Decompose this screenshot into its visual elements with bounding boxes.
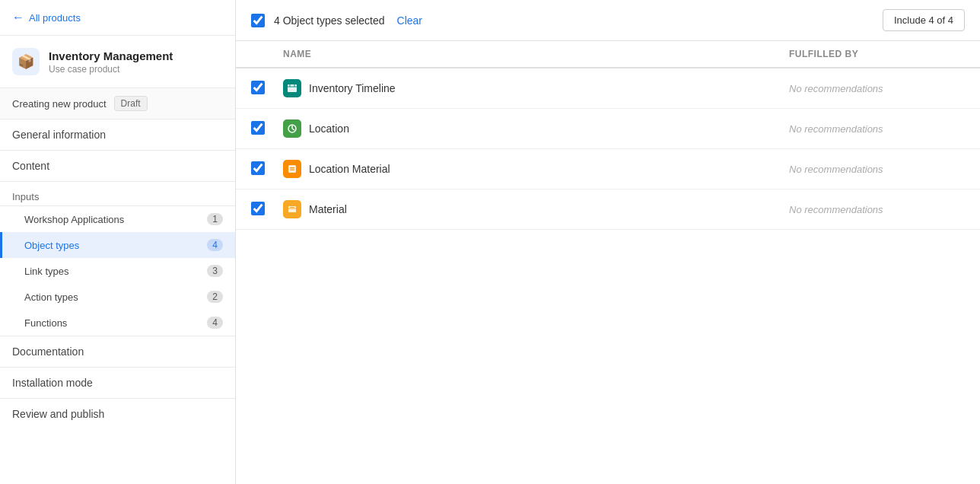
- table-row: Material No recommendations: [236, 189, 980, 230]
- svg-rect-7: [288, 165, 296, 173]
- product-icon: 📦: [12, 48, 40, 75]
- row-checkbox-cell: [236, 109, 271, 149]
- name-cell: Material: [271, 189, 777, 230]
- col-name: NAME: [271, 41, 777, 68]
- name-cell: Inventory Timeline: [271, 68, 777, 109]
- table-row: Location Material No recommendations: [236, 149, 980, 189]
- sidebar-item-content[interactable]: Content: [0, 151, 235, 182]
- functions-label: Functions: [24, 317, 67, 329]
- sidebar-item-workshop[interactable]: Workshop Applications 1: [0, 206, 235, 232]
- object-types-label: Object types: [24, 240, 79, 251]
- back-arrow-icon: ←: [12, 11, 24, 24]
- row-checkbox[interactable]: [251, 81, 265, 94]
- table-row: Inventory Timeline No recommendations: [236, 68, 980, 109]
- inputs-group-label: Inputs: [0, 182, 235, 206]
- object-types-table: NAME FULFILLED BY Inventory Timeline No …: [236, 41, 980, 484]
- sidebar-item-link-types[interactable]: Link types 3: [0, 258, 235, 284]
- object-type-name: Location: [309, 123, 349, 135]
- fulfilled-cell: No recommendations: [777, 68, 980, 109]
- col-fulfilled: FULFILLED BY: [777, 41, 980, 68]
- svg-line-6: [292, 129, 294, 130]
- product-header: 📦 Inventory Management Use case product: [0, 36, 235, 88]
- clear-link[interactable]: Clear: [397, 14, 422, 27]
- main-content: 4 Object types selected Clear Include 4 …: [236, 0, 980, 484]
- sidebar-item-review[interactable]: Review and publish: [0, 399, 235, 429]
- object-type-icon: [283, 119, 301, 138]
- action-types-badge: 2: [207, 291, 223, 303]
- row-checkbox[interactable]: [251, 121, 265, 135]
- object-type-name: Material: [309, 203, 347, 215]
- product-title: Inventory Management: [49, 49, 173, 62]
- name-cell: Location: [271, 109, 777, 149]
- col-checkbox: [236, 41, 271, 68]
- back-label: All products: [29, 12, 81, 24]
- object-type-name: Inventory Timeline: [309, 82, 396, 94]
- include-button[interactable]: Include 4 of 4: [883, 9, 965, 31]
- creating-bar: Creating new product Draft: [0, 88, 235, 119]
- object-type-name: Location Material: [309, 163, 390, 175]
- documentation-label: Documentation: [12, 345, 84, 358]
- row-checkbox-cell: [236, 149, 271, 189]
- sidebar-item-installation[interactable]: Installation mode: [0, 368, 235, 399]
- object-type-icon: [283, 200, 301, 218]
- action-types-label: Action types: [24, 291, 78, 303]
- topbar: 4 Object types selected Clear Include 4 …: [236, 0, 980, 41]
- row-checkbox[interactable]: [251, 161, 265, 175]
- sidebar: ← All products 📦 Inventory Management Us…: [0, 0, 236, 484]
- name-cell: Location Material: [271, 149, 777, 189]
- draft-badge: Draft: [114, 96, 148, 111]
- fulfilled-cell: No recommendations: [777, 189, 980, 230]
- svg-rect-8: [290, 167, 294, 168]
- general-label: General information: [12, 129, 106, 141]
- sidebar-item-functions[interactable]: Functions 4: [0, 310, 235, 336]
- select-all-checkbox[interactable]: [251, 14, 265, 27]
- content-label: Content: [12, 160, 49, 172]
- sidebar-item-object-types[interactable]: Object types 4: [0, 232, 235, 258]
- back-link[interactable]: ← All products: [0, 0, 235, 36]
- fulfilled-cell: No recommendations: [777, 149, 980, 189]
- svg-rect-9: [290, 170, 294, 170]
- sidebar-item-general[interactable]: General information: [0, 119, 235, 151]
- selection-label: 4 Object types selected: [274, 14, 385, 27]
- object-types-badge: 4: [207, 239, 223, 251]
- sidebar-item-action-types[interactable]: Action types 2: [0, 284, 235, 310]
- product-subtitle: Use case product: [49, 64, 173, 75]
- link-types-badge: 3: [207, 265, 223, 277]
- sidebar-item-documentation[interactable]: Documentation: [0, 336, 235, 368]
- workshop-badge: 1: [207, 213, 223, 225]
- table-row: Location No recommendations: [236, 109, 980, 149]
- link-types-label: Link types: [24, 266, 69, 277]
- row-checkbox-cell: [236, 68, 271, 109]
- svg-rect-0: [288, 84, 297, 92]
- row-checkbox[interactable]: [251, 202, 265, 215]
- object-type-icon: [283, 160, 301, 178]
- functions-badge: 4: [207, 317, 223, 329]
- object-type-icon: [283, 79, 301, 97]
- review-label: Review and publish: [12, 408, 104, 420]
- workshop-label: Workshop Applications: [24, 214, 124, 225]
- svg-rect-12: [290, 207, 294, 208]
- product-info: Inventory Management Use case product: [49, 49, 173, 75]
- installation-label: Installation mode: [12, 377, 93, 389]
- fulfilled-cell: No recommendations: [777, 109, 980, 149]
- row-checkbox-cell: [236, 189, 271, 230]
- creating-label: Creating new product: [12, 98, 107, 110]
